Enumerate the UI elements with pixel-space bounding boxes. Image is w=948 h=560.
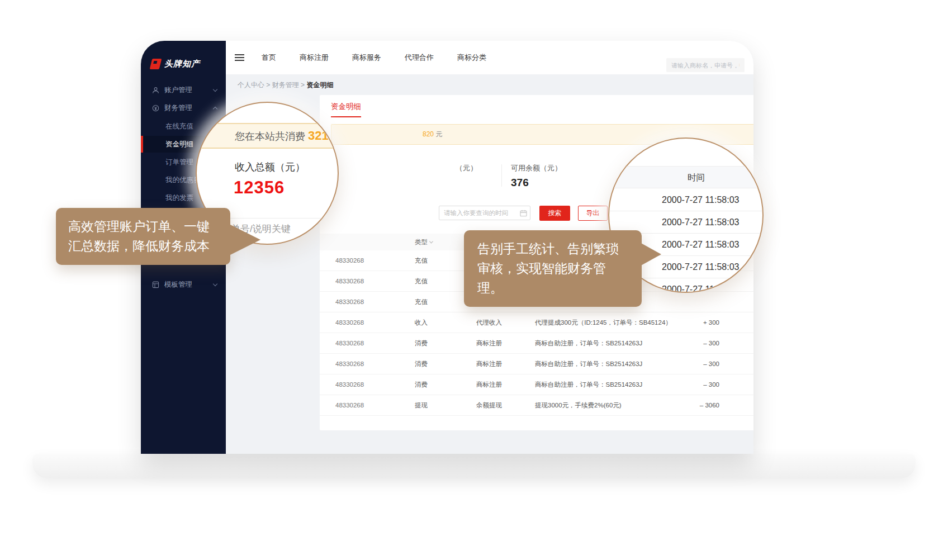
sort-icon — [429, 239, 433, 243]
chevron-down-icon — [213, 87, 217, 91]
top-navbar: 首页 商标注册 商标服务 代理合作 商标分类 — [226, 41, 753, 74]
cell-balance: ¥ 12231 — [718, 402, 753, 409]
cell-desc: 商标自助注册，订单号：SB2514263J — [535, 339, 642, 348]
cell-amount: + 300 — [666, 319, 719, 326]
stat-balance-label: 可用余额（元） — [511, 163, 562, 173]
cell-project: 商标注册 — [476, 381, 502, 389]
cell-balance: ¥ 12231 — [718, 319, 753, 326]
sidebar-item-finance[interactable]: 财务管理 — [141, 100, 226, 116]
cell-amount: – 300 — [666, 360, 719, 367]
callout-right: 告别手工统计、告别繁琐审核，实现智能财务管理。 — [464, 230, 642, 307]
breadcrumb: 个人中心 > 财务管理 > 资金明细 — [238, 80, 333, 90]
user-icon — [152, 87, 159, 94]
cell-project: 余额提现 — [476, 401, 502, 410]
cell-balance: ¥ 12231 — [718, 381, 753, 388]
hamburger-icon[interactable] — [235, 54, 244, 63]
magnified-time-row: 2000-7-27 11:58:03 — [609, 189, 762, 211]
stat-expense: （元） — [456, 163, 477, 173]
magnified-time-header-band — [609, 166, 762, 188]
nav-agent-coop[interactable]: 代理合作 — [405, 53, 434, 63]
sidebar-item-label: 财务管理 — [164, 103, 192, 113]
sidebar-item-label: 模板管理 — [164, 280, 192, 290]
nav-trademark-register[interactable]: 商标注册 — [300, 53, 329, 63]
nav-links: 首页 商标注册 商标服务 代理合作 商标分类 — [262, 41, 486, 74]
cell-type: 提现 — [415, 401, 428, 410]
sidebar-item-account[interactable]: 账户管理 — [141, 82, 226, 98]
cell-order: 48330268 — [335, 319, 364, 326]
cell-type: 充值 — [415, 298, 428, 306]
stats-divider — [501, 164, 502, 187]
banner-fragment-value: 820 — [423, 130, 434, 138]
cell-type: 消费 — [415, 360, 428, 368]
tab-funds-detail[interactable]: 资金明细 — [331, 102, 361, 117]
cell-order: 48330268 — [335, 257, 364, 264]
cell-order: 48330268 — [335, 340, 364, 347]
nav-trademark-class[interactable]: 商标分类 — [457, 53, 486, 63]
cell-project: 代理收入 — [476, 319, 502, 327]
magnified-banner: 您在本站共消费 32124 — [197, 123, 338, 149]
cell-type: 消费 — [415, 339, 428, 348]
cell-type: 充值 — [415, 277, 428, 286]
cell-balance: ¥ 12231 — [718, 340, 753, 347]
col-type[interactable]: 类型 — [415, 238, 433, 246]
breadcrumb-current: 资金明细 — [306, 81, 333, 89]
cell-desc: 提现3000元，手续费2%(60元) — [535, 401, 622, 410]
callout-left-arrow — [228, 224, 260, 256]
stat-balance: 可用余额（元） 376 — [511, 163, 562, 189]
cell-desc: 代理提成300元（ID:1245，订单号：SB45124） — [535, 319, 672, 327]
cell-order: 48330268 — [335, 278, 364, 284]
magnified-time: 2000-7-27 11:58:03 — [662, 195, 739, 205]
stat-balance-value: 376 — [511, 177, 562, 189]
cell-type: 消费 — [415, 381, 428, 389]
cell-balance: ¥ 12231 — [718, 360, 753, 367]
cell-order: 48330268 — [335, 360, 364, 367]
page: 头牌知产 账户管理 财务管理 在线充值 资金明细 订单管理 我的优惠券 我的发票… — [0, 0, 948, 560]
nav-home[interactable]: 首页 — [262, 53, 276, 63]
magnified-time: 2000-7-27 11:58:03 — [662, 217, 739, 227]
table-row[interactable]: 48330268 消费 商标注册 商标自助注册，订单号：SB2514263J –… — [320, 374, 753, 395]
magnified-time-header: 时间 — [688, 172, 705, 184]
nav-trademark-service[interactable]: 商标服务 — [352, 53, 381, 63]
cell-amount: – 300 — [666, 381, 719, 388]
chevron-down-icon — [213, 281, 217, 286]
finance-icon — [152, 105, 159, 112]
stat-expense-label: （元） — [456, 163, 477, 173]
breadcrumb-path: 个人中心 > 财务管理 > — [238, 81, 305, 89]
brand-logo-icon — [150, 59, 162, 69]
sidebar-item-template[interactable]: 模板管理 — [141, 277, 226, 292]
date-query-input[interactable] — [439, 206, 530, 220]
table-row[interactable]: 48330268 消费 商标注册 商标自助注册，订单号：SB2514263J –… — [320, 333, 753, 354]
cell-amount: – 300 — [666, 340, 719, 347]
table-row[interactable]: 48330268 提现 余额提现 提现3000元，手续费2%(60元) – 30… — [320, 395, 753, 416]
cell-project: 商标注册 — [476, 360, 502, 368]
col-type-label: 类型 — [415, 239, 428, 245]
cell-order: 48330268 — [335, 298, 364, 305]
sidebar-item-label: 账户管理 — [164, 86, 192, 95]
brand: 头牌知产 — [151, 59, 200, 69]
laptop-base — [32, 454, 916, 478]
callout-right-arrow — [640, 243, 661, 266]
cell-amount: – 3060 — [666, 402, 719, 409]
cell-order: 48330268 — [335, 402, 364, 409]
template-icon — [152, 281, 159, 288]
magnified-time: 2000-7-27 11:58:03 — [662, 240, 739, 250]
calendar-icon[interactable] — [520, 210, 527, 217]
cell-desc: 商标自助注册，订单号：SB2514263J — [535, 360, 642, 368]
magnified-income-label: 收入总额（元） — [235, 160, 305, 174]
magnified-time: 2000-7-27 11:58:03 — [662, 262, 739, 272]
cell-type: 收入 — [415, 319, 428, 327]
callout-left: 高效管理账户订单、一键汇总数据，降低财务成本 — [56, 208, 230, 265]
cell-type: 充值 — [415, 257, 428, 265]
magnified-income-value: 12356 — [234, 178, 285, 198]
magnified-banner-label: 您在本站共消费 — [235, 131, 308, 142]
trademark-search-input[interactable] — [666, 58, 745, 72]
search-button[interactable]: 搜索 — [539, 206, 570, 221]
export-button[interactable]: 导出 — [578, 206, 608, 221]
banner-fragment-unit: 元 — [434, 130, 442, 138]
cell-order: 48330268 — [335, 381, 364, 388]
cell-project: 商标注册 — [476, 339, 502, 348]
table-row[interactable]: 48330268 消费 商标注册 商标自助注册，订单号：SB2514263J –… — [320, 354, 753, 374]
table-row[interactable]: 48330268 收入 代理收入 代理提成300元（ID:1245，订单号：SB… — [320, 312, 753, 333]
brand-name: 头牌知产 — [164, 59, 200, 69]
chevron-up-icon — [213, 106, 217, 111]
